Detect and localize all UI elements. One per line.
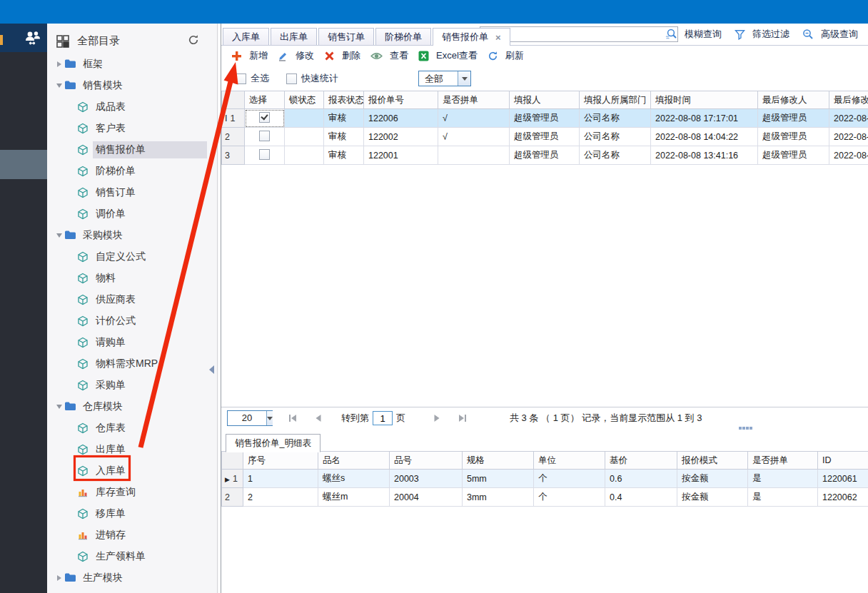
tree-item-调价单[interactable]: 调价单: [47, 203, 217, 225]
cell[interactable]: 螺丝s: [318, 470, 390, 488]
cell[interactable]: 122001: [364, 146, 438, 165]
scope-dropdown[interactable]: 全部: [418, 71, 471, 86]
cell[interactable]: 公司名称: [580, 109, 651, 128]
table-row[interactable]: 22螺丝m200043mm个0.4按金额是1220062: [222, 488, 868, 507]
cell[interactable]: 122006: [364, 109, 438, 128]
tree-item-物料需求MRP[interactable]: 物料需求MRP: [47, 353, 217, 375]
tree-item-移库单[interactable]: 移库单: [47, 503, 217, 524]
tree-item-出库单[interactable]: 出库单: [47, 439, 217, 460]
cell[interactable]: 超级管理员: [758, 128, 829, 146]
row-select-cell[interactable]: [245, 128, 285, 146]
cell[interactable]: 超级管理员: [510, 146, 580, 165]
cell[interactable]: 超级管理员: [510, 128, 580, 146]
tree-folder-生产模块[interactable]: 生产模块: [47, 567, 217, 589]
cell[interactable]: 审核: [324, 109, 364, 128]
cell[interactable]: [285, 109, 324, 128]
first-page-icon[interactable]: [287, 412, 298, 424]
tree-item-入库单[interactable]: 入库单: [47, 460, 217, 482]
page-size-arrow-icon[interactable]: [266, 411, 273, 425]
column-header-ID[interactable]: ID: [818, 452, 868, 470]
cell[interactable]: 20004: [390, 488, 463, 507]
column-header-报价单号[interactable]: 报价单号: [364, 91, 438, 109]
新增-button[interactable]: 新增: [231, 49, 268, 62]
rail-active-module[interactable]: [0, 24, 47, 52]
cell[interactable]: 5mm: [463, 470, 534, 488]
select-all-checkbox[interactable]: [236, 74, 246, 84]
row-select-cell[interactable]: [245, 109, 285, 128]
cell[interactable]: 1: [243, 470, 318, 488]
cell[interactable]: 20003: [390, 470, 463, 488]
tree-item-销售订单[interactable]: 销售订单: [47, 182, 217, 203]
tree-item-供应商表[interactable]: 供应商表: [47, 289, 217, 310]
删除-button[interactable]: 删除: [324, 49, 360, 62]
cell[interactable]: 审核: [324, 128, 364, 146]
cell[interactable]: 2022-08-0: [829, 146, 868, 165]
column-header-基价[interactable]: 基价: [605, 452, 677, 470]
tree-folder-框架[interactable]: 框架: [47, 54, 217, 75]
tab-入库单[interactable]: 入库单: [223, 28, 269, 45]
cell[interactable]: [438, 146, 510, 165]
cell[interactable]: 公司名称: [580, 146, 651, 165]
cell[interactable]: 超级管理员: [758, 109, 829, 128]
tab-出库单[interactable]: 出库单: [271, 28, 317, 45]
cell[interactable]: [285, 146, 324, 165]
cell[interactable]: √: [438, 128, 510, 146]
cell[interactable]: 0.6: [605, 470, 677, 488]
row-indicator[interactable]: 2: [222, 488, 243, 507]
column-header-最后修改时间[interactable]: 最后修改时间: [829, 91, 868, 109]
高级查询-button[interactable]: 高级查询: [802, 28, 858, 41]
tree-item-计价公式[interactable]: 计价公式: [47, 310, 217, 332]
column-header-填报人所属部门[interactable]: 填报人所属部门: [580, 91, 651, 109]
cell[interactable]: 是: [748, 488, 818, 507]
tree-folder-销售模块[interactable]: 销售模块: [47, 75, 217, 96]
cell[interactable]: 公司名称: [580, 128, 651, 146]
column-header-报价模式[interactable]: 报价模式: [677, 452, 748, 470]
tab-销售报价单[interactable]: 销售报价单×: [433, 28, 510, 46]
cell[interactable]: 是: [748, 470, 818, 488]
tree-item-客户表[interactable]: 客户表: [47, 118, 217, 139]
cell[interactable]: 2022-08-0: [829, 109, 868, 128]
column-header-锁状态[interactable]: 锁状态: [285, 91, 324, 109]
修改-button[interactable]: 修改: [278, 49, 314, 62]
tree-item-仓库表[interactable]: 仓库表: [47, 417, 217, 439]
cell[interactable]: 螺丝m: [318, 488, 390, 507]
cell[interactable]: 按金额: [677, 470, 748, 488]
tree-item-生产领料单[interactable]: 生产领料单: [47, 546, 217, 567]
last-page-icon[interactable]: [457, 412, 468, 424]
tab-销售订单[interactable]: 销售订单: [318, 28, 374, 45]
table-row[interactable]: I1审核122006√超级管理员公司名称2022-08-08 17:17:01超…: [222, 109, 868, 128]
cell[interactable]: 1220062: [818, 488, 868, 507]
tree-item-采购单[interactable]: 采购单: [47, 375, 217, 396]
cell[interactable]: 审核: [324, 146, 364, 165]
cell[interactable]: 3mm: [463, 488, 534, 507]
tree-item-库存查询[interactable]: 库存查询: [47, 482, 217, 503]
prev-page-icon[interactable]: [313, 412, 324, 424]
column-header-序号[interactable]: 序号: [243, 452, 318, 470]
sidebar-collapse-icon[interactable]: [209, 365, 214, 374]
cell[interactable]: 超级管理员: [510, 109, 580, 128]
cell[interactable]: 2022-08-08 14:04:22: [651, 128, 758, 146]
column-header-是否拼单[interactable]: 是否拼单: [438, 91, 510, 109]
row-checkbox[interactable]: [259, 149, 270, 160]
查看-button[interactable]: 查看: [370, 49, 408, 62]
模糊查询-button[interactable]: 模糊查询: [665, 28, 722, 41]
row-checkbox[interactable]: [259, 131, 270, 141]
tree-folder-仓库模块[interactable]: 仓库模块: [47, 396, 217, 417]
tab-close-icon[interactable]: ×: [495, 32, 501, 43]
column-header-最后修改人[interactable]: 最后修改人: [758, 91, 829, 109]
expanded-arrow-icon[interactable]: [54, 405, 64, 409]
next-page-icon[interactable]: [431, 412, 443, 424]
tree-item-进销存[interactable]: 进销存: [47, 524, 217, 546]
cell[interactable]: 超级管理员: [758, 146, 829, 165]
table-row[interactable]: 3审核122001超级管理员公司名称2022-08-08 13:41:16超级管…: [222, 146, 868, 165]
collapsed-arrow-icon[interactable]: [54, 575, 64, 581]
tree-item-物料[interactable]: 物料: [47, 268, 217, 289]
collapsed-arrow-icon[interactable]: [54, 61, 64, 67]
column-header-单位[interactable]: 单位: [534, 452, 605, 470]
column-header-品号[interactable]: 品号: [390, 452, 463, 470]
expanded-arrow-icon[interactable]: [54, 233, 64, 238]
row-indicator[interactable]: 2: [222, 128, 245, 146]
cell[interactable]: 0.4: [605, 488, 677, 507]
row-indicator[interactable]: 3: [222, 146, 245, 165]
row-select-cell[interactable]: [245, 146, 285, 165]
